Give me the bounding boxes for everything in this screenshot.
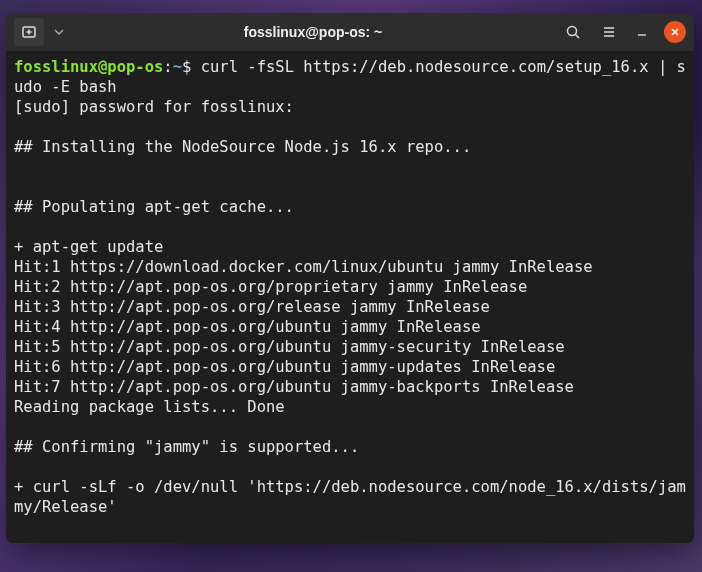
search-button[interactable] bbox=[558, 18, 588, 46]
command-text bbox=[191, 58, 200, 76]
terminal-output[interactable]: fosslinux@pop-os:~$ curl -fsSL https://d… bbox=[6, 51, 694, 543]
menu-button[interactable] bbox=[594, 18, 624, 46]
close-icon bbox=[669, 26, 681, 38]
minimize-icon bbox=[635, 25, 649, 39]
close-button[interactable] bbox=[664, 21, 686, 43]
hamburger-icon bbox=[601, 24, 617, 40]
new-tab-icon bbox=[21, 24, 37, 40]
svg-point-3 bbox=[568, 27, 577, 36]
chevron-down-icon bbox=[54, 27, 64, 37]
search-icon bbox=[565, 24, 581, 40]
svg-line-4 bbox=[576, 35, 580, 39]
prompt-symbol: $ bbox=[182, 58, 191, 76]
prompt-path: ~ bbox=[173, 58, 182, 76]
prompt-user-host: fosslinux@pop-os bbox=[14, 58, 163, 76]
new-tab-dropdown[interactable] bbox=[50, 18, 68, 46]
new-tab-button[interactable] bbox=[14, 18, 44, 46]
titlebar-right-controls bbox=[558, 18, 686, 46]
output-lines: [sudo] password for fosslinux: ## Instal… bbox=[14, 98, 686, 516]
titlebar: fosslinux@pop-os: ~ bbox=[6, 13, 694, 51]
terminal-window: fosslinux@pop-os: ~ bbox=[6, 13, 694, 543]
prompt-separator: : bbox=[163, 58, 172, 76]
window-title: fosslinux@pop-os: ~ bbox=[74, 24, 552, 40]
minimize-button[interactable] bbox=[630, 20, 654, 44]
